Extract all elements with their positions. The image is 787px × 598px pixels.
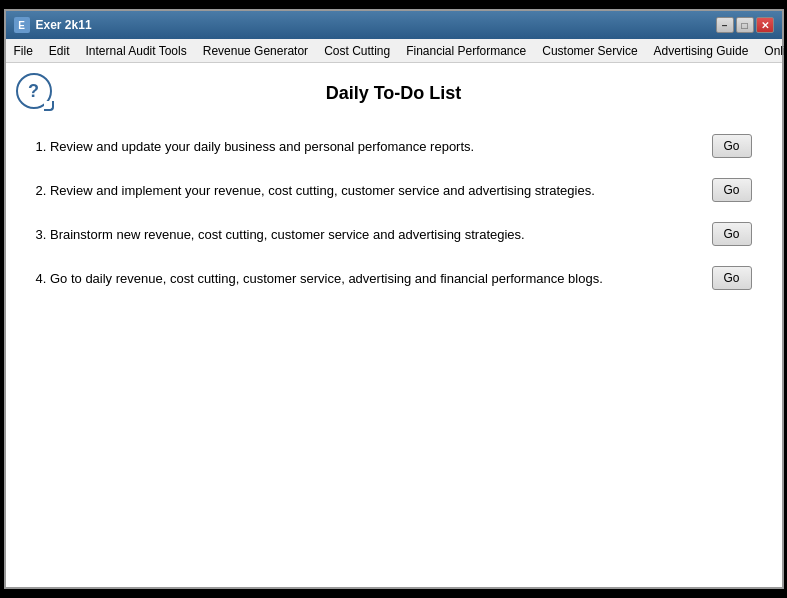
- window-controls: – □ ✕: [716, 17, 774, 33]
- todo-text-2: 2. Review and implement your revenue, co…: [36, 183, 692, 198]
- todo-item-1: 1. Review and update your daily business…: [36, 134, 752, 158]
- todo-item-2: 2. Review and implement your revenue, co…: [36, 178, 752, 202]
- go-button-1[interactable]: Go: [712, 134, 752, 158]
- menu-file[interactable]: File: [6, 42, 41, 60]
- todo-number-4: 4.: [36, 271, 50, 286]
- minimize-button[interactable]: –: [716, 17, 734, 33]
- menu-edit-label: Edit: [49, 44, 70, 58]
- menu-customer-service-label: Customer Service: [542, 44, 637, 58]
- page-title: Daily To-Do List: [16, 83, 772, 104]
- todo-number-2: 2.: [36, 183, 50, 198]
- menu-internal-audit[interactable]: Internal Audit Tools: [78, 42, 195, 60]
- todo-item-4: 4. Go to daily revenue, cost cutting, cu…: [36, 266, 752, 290]
- todo-text-3: 3. Brainstorm new revenue, cost cutting,…: [36, 227, 692, 242]
- menu-financial-performance[interactable]: Financial Performance: [398, 42, 534, 60]
- todo-text-1: 1. Review and update your daily business…: [36, 139, 692, 154]
- menu-edit[interactable]: Edit: [41, 42, 78, 60]
- menu-online-marketing[interactable]: Online Marketing: [756, 42, 787, 60]
- window-title: Exer 2k11: [36, 18, 92, 32]
- menu-cost-cutting-label: Cost Cutting: [324, 44, 390, 58]
- menu-online-marketing-label: Online Marketing: [764, 44, 787, 58]
- help-icon[interactable]: ?: [16, 73, 56, 113]
- go-button-2[interactable]: Go: [712, 178, 752, 202]
- help-question-mark: ?: [28, 81, 39, 102]
- todo-list: 1. Review and update your daily business…: [16, 134, 772, 290]
- title-bar-left: E Exer 2k11: [14, 17, 92, 33]
- go-button-3[interactable]: Go: [712, 222, 752, 246]
- menu-revenue-generator-label: Revenue Generator: [203, 44, 308, 58]
- menu-advertising-guide-label: Advertising Guide: [654, 44, 749, 58]
- maximize-button[interactable]: □: [736, 17, 754, 33]
- go-button-4[interactable]: Go: [712, 266, 752, 290]
- menu-customer-service[interactable]: Customer Service: [534, 42, 645, 60]
- title-bar: E Exer 2k11 – □ ✕: [6, 11, 782, 39]
- todo-number-1: 1.: [36, 139, 50, 154]
- help-icon-circle: ?: [16, 73, 52, 109]
- todo-text-4: 4. Go to daily revenue, cost cutting, cu…: [36, 271, 692, 286]
- close-button[interactable]: ✕: [756, 17, 774, 33]
- todo-number-3: 3.: [36, 227, 50, 242]
- menu-file-label: File: [14, 44, 33, 58]
- menu-internal-audit-label: Internal Audit Tools: [86, 44, 187, 58]
- todo-item-3: 3. Brainstorm new revenue, cost cutting,…: [36, 222, 752, 246]
- menu-financial-performance-label: Financial Performance: [406, 44, 526, 58]
- app-icon: E: [14, 17, 30, 33]
- content-area: ? Daily To-Do List 1. Review and update …: [6, 63, 782, 587]
- menu-bar: File Edit Internal Audit Tools Revenue G…: [6, 39, 782, 63]
- help-icon-bubble: [44, 101, 54, 111]
- menu-revenue-generator[interactable]: Revenue Generator: [195, 42, 316, 60]
- main-window: E Exer 2k11 – □ ✕ File Edit Internal Aud…: [4, 9, 784, 589]
- menu-advertising-guide[interactable]: Advertising Guide: [646, 42, 757, 60]
- menu-cost-cutting[interactable]: Cost Cutting: [316, 42, 398, 60]
